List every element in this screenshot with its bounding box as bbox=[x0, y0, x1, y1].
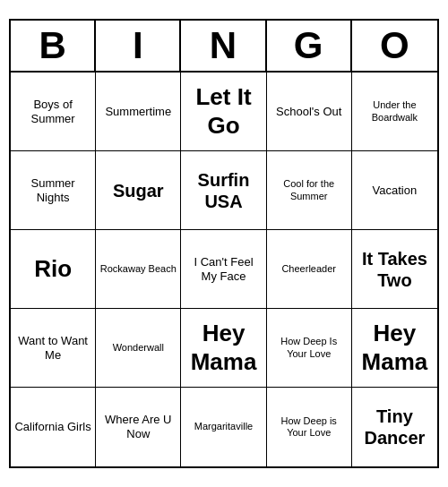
bingo-grid: Boys of SummerSummertimeLet It GoSchool'… bbox=[11, 73, 437, 466]
bingo-header: BINGO bbox=[11, 21, 437, 73]
bingo-cell: Cool for the Summer bbox=[267, 151, 352, 230]
bingo-cell: Wonderwall bbox=[96, 309, 181, 388]
bingo-cell: California Girls bbox=[11, 388, 96, 466]
bingo-cell: Summer Nights bbox=[11, 151, 96, 230]
header-letter: G bbox=[267, 21, 352, 71]
bingo-cell: School's Out bbox=[267, 73, 352, 151]
bingo-cell: Want to Want Me bbox=[11, 309, 96, 388]
bingo-card: BINGO Boys of SummerSummertimeLet It GoS… bbox=[9, 19, 439, 468]
header-letter: B bbox=[11, 21, 96, 71]
bingo-cell: Tiny Dancer bbox=[352, 388, 437, 466]
bingo-cell: Cheerleader bbox=[267, 230, 352, 309]
bingo-cell: Rockaway Beach bbox=[96, 230, 181, 309]
bingo-cell: How Deep is Your Love bbox=[267, 388, 352, 466]
bingo-cell: Surfin USA bbox=[181, 151, 266, 230]
bingo-cell: Under the Boardwalk bbox=[352, 73, 437, 151]
bingo-cell: It Takes Two bbox=[352, 230, 437, 309]
bingo-cell: Let It Go bbox=[181, 73, 266, 151]
header-letter: O bbox=[352, 21, 437, 71]
header-letter: I bbox=[96, 21, 181, 71]
bingo-cell: Vacation bbox=[352, 151, 437, 230]
bingo-cell: Rio bbox=[11, 230, 96, 309]
bingo-cell: How Deep Is Your Love bbox=[267, 309, 352, 388]
bingo-cell: Boys of Summer bbox=[11, 73, 96, 151]
bingo-cell: Where Are U Now bbox=[96, 388, 181, 466]
bingo-cell: Hey Mama bbox=[181, 309, 266, 388]
bingo-cell: Summertime bbox=[96, 73, 181, 151]
header-letter: N bbox=[181, 21, 266, 71]
bingo-cell: Margaritaville bbox=[181, 388, 266, 466]
bingo-cell: Sugar bbox=[96, 151, 181, 230]
bingo-cell: Hey Mama bbox=[352, 309, 437, 388]
bingo-cell: I Can't Feel My Face bbox=[181, 230, 266, 309]
